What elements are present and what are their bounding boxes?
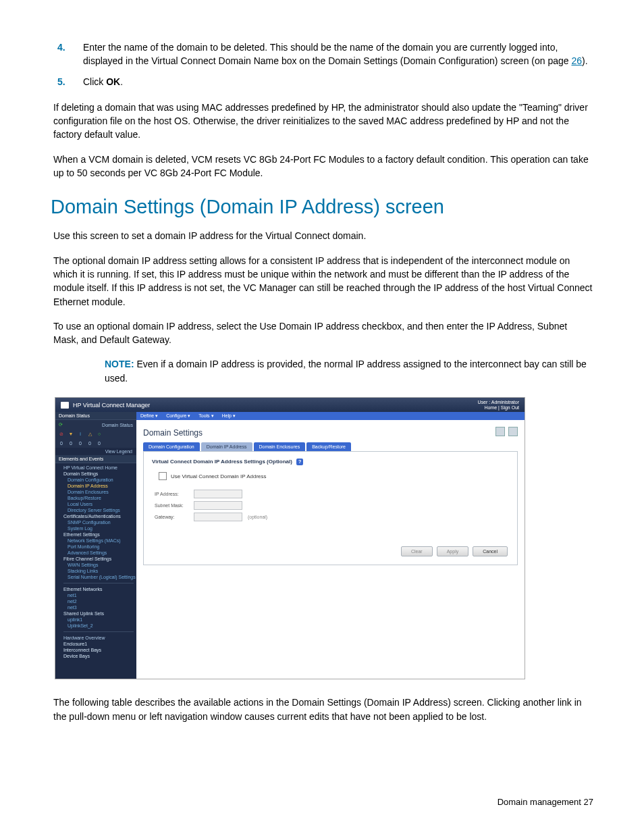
status-icons-row: ⟳ Domain Status [55,420,136,429]
nav-domain-settings[interactable]: Domain Settings [61,471,136,477]
tabs: Domain Configuration Domain IP Address D… [136,442,525,451]
nav-ethernet-networks[interactable]: Ethernet Networks [61,586,136,592]
nav-home[interactable]: HP Virtual Connect Home [61,465,136,471]
menu-help[interactable]: Help ▾ [222,413,236,418]
status-minor-icon[interactable]: △ [87,432,92,437]
menu-configure[interactable]: Configure ▾ [166,413,190,418]
panel-help-icon[interactable]: ? [296,459,303,465]
sidebar-divider-2 [63,631,134,632]
ip-address-label: IP Address: [155,492,194,496]
step-text-4: Enter the name of the domain to be delet… [78,41,593,68]
tab-domain-enclosures[interactable]: Domain Enclosures [254,442,306,451]
nav-ethernet-settings[interactable]: Ethernet Settings [61,531,136,538]
nav-syslog[interactable]: System Log [61,525,136,531]
help-icon[interactable] [508,427,518,436]
status-ok-icon[interactable]: ○ [97,432,102,437]
nav-snmp[interactable]: SNMP Configuration [61,519,136,525]
sidebar-header-elements: Elements and Events [55,455,136,463]
step-number-4: 4. [51,41,78,68]
nav-directory[interactable]: Directory Server Settings [61,507,136,513]
nav-stacking[interactable]: Stacking Links [61,568,136,574]
app-titlebar: HP Virtual Connect Manager User : Admini… [55,398,525,412]
page-title: Domain Settings [143,428,203,438]
sidebar: Domain Status ⟳ Domain Status ⊘ ▼ i △ ○ [55,412,136,679]
nav-domain-enclosures[interactable]: Domain Enclosures [61,489,136,495]
nav-enclosure1[interactable]: Enclosure1 [61,641,136,647]
note-block: NOTE: Even if a domain IP address is pro… [105,357,593,385]
app-title: HP Virtual Connect Manager [73,402,150,409]
nav-uplink1[interactable]: uplink1 [61,617,136,623]
paragraph-teaming: If deleting a domain that was using MAC … [51,101,593,142]
gateway-hint: (optional) [248,515,267,519]
tab-domain-config[interactable]: Domain Configuration [143,442,200,451]
use-domain-ip-label: Use Virtual Connect Domain IP Address [171,473,267,479]
clear-button[interactable]: Clear [401,546,433,556]
step-text-5: Click OK. [78,75,593,88]
user-info: User : Administrator Home | Sign Out [478,400,519,410]
menubar: Define ▾ Configure ▾ Tools ▾ Help ▾ [136,412,525,420]
paragraph-vcm-reset: When a VCM domain is deleted, VCM resets… [51,153,593,180]
apply-button[interactable]: Apply [437,546,469,556]
use-domain-ip-checkbox[interactable] [159,472,167,480]
nav-advanced[interactable]: Advanced Settings [61,550,136,556]
nav-wwn[interactable]: WWN Settings [61,562,136,568]
page-footer: Domain management 27 [498,797,593,807]
nav-local-users[interactable]: Local Users [61,501,136,507]
home-signout-links[interactable]: Home | Sign Out [478,405,519,411]
status-critical-icon[interactable]: ⊘ [59,432,64,437]
tab-backup-restore[interactable]: Backup/Restore [306,442,351,451]
nav-device-bays[interactable]: Device Bays [61,653,136,659]
print-icon[interactable] [495,427,505,436]
page-link-26[interactable]: 26 [571,55,582,66]
paragraph-usage: To use an optional domain IP address, se… [51,319,593,347]
hp-logo-icon [61,402,69,409]
subnet-mask-input[interactable] [194,501,242,510]
subnet-mask-label: Subnet Mask: [155,503,194,508]
nav-shared-uplink[interactable]: Shared Uplink Sets [61,610,136,617]
nav-port-monitoring[interactable]: Port Monitoring [61,544,136,550]
nav-backup-restore[interactable]: Backup/Restore [61,495,136,501]
sidebar-divider [63,583,134,583]
gateway-label: Gateway: [155,515,194,519]
nav-domain-ip[interactable]: Domain IP Address [61,483,136,489]
main-content: Define ▾ Configure ▾ Tools ▾ Help ▾ Doma… [136,412,525,679]
panel-title: Virtual Connect Domain IP Address Settin… [152,459,509,465]
gateway-input[interactable] [194,513,242,521]
step-number-5: 5. [51,75,78,88]
nav-net2[interactable]: net2 [61,598,136,604]
nav-interconnect-bays[interactable]: Interconnect Bays [61,647,136,653]
paragraph-intro: Use this screen to set a domain IP addre… [51,229,593,242]
status-info-icon[interactable]: i [78,432,83,437]
ip-address-input[interactable] [194,490,242,498]
nav-certificates[interactable]: Certificates/Authentications [61,513,136,519]
view-legend-link[interactable]: View Legend [55,448,136,455]
status-warning-icon[interactable]: ▼ [68,432,74,437]
refresh-icon[interactable]: ⟳ [59,422,63,427]
nav-domain-config[interactable]: Domain Configuration [61,477,136,483]
paragraph-table-intro: The following table describes the availa… [51,696,593,723]
step-list: 4. Enter the name of the domain to be de… [51,41,593,88]
nav-net3[interactable]: net3 [61,604,136,610]
nav-uplinkset2[interactable]: UplinkSet_2 [61,623,136,629]
settings-panel: Virtual Connect Domain IP Address Settin… [143,451,518,565]
nav-fc-settings[interactable]: Fibre Channel Settings [61,556,136,562]
menu-define[interactable]: Define ▾ [140,413,158,418]
screenshot-domain-settings: HP Virtual Connect Manager User : Admini… [55,397,525,679]
nav-serial[interactable]: Serial Number (Logical) Settings [61,574,136,580]
nav-net1[interactable]: net1 [61,592,136,598]
nav-network-macs[interactable]: Network Settings (MACs) [61,538,136,544]
heading-domain-ip-screen: Domain Settings (Domain IP Address) scre… [51,196,593,218]
nav-hardware-overview[interactable]: Hardware Overview [61,635,136,641]
menu-tools[interactable]: Tools ▾ [198,413,213,418]
cancel-button[interactable]: Cancel [473,546,508,556]
paragraph-optional-ip: The optional domain IP address setting a… [51,254,593,309]
note-text: Even if a domain IP address is provided,… [105,359,587,383]
sidebar-header-domain-status: Domain Status [55,412,136,420]
note-label: NOTE: [105,359,134,369]
tab-domain-ip[interactable]: Domain IP Address [201,442,252,451]
